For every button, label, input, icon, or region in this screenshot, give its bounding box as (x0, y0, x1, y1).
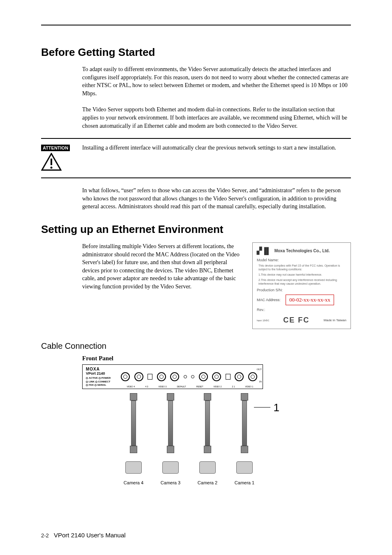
warning-icon (41, 153, 62, 171)
intro-paragraph-1: To adapt easily to different environment… (82, 65, 351, 97)
dip-switch-icon (226, 374, 231, 380)
attention-callout: ATTENTION Installing a different interfa… (41, 138, 351, 178)
bnc-connector-icon (248, 372, 257, 381)
bnc-connector-icon (157, 372, 166, 381)
ethernet-section: Before installing multiple Video Servers… (41, 242, 351, 329)
ethernet-paragraph: Before installing multiple Video Servers… (82, 242, 244, 291)
bnc-cable-icon (240, 393, 249, 453)
panel-out-label: OUT (257, 368, 262, 371)
front-panel-box: MOXA VPort 2140 ACTIVE POWER LINK CONNEC… (82, 364, 263, 389)
cable-row: 1 (115, 393, 263, 453)
panel-left-info: MOXA VPort 2140 ACTIVE POWER LINK CONNEC… (86, 367, 119, 387)
attention-text: Installing a different interface will au… (82, 144, 351, 152)
product-label-wrap: ▞▐▌ Moxa Technologies Co., Ltd. Model Na… (252, 242, 351, 329)
intro-paragraph-3: In what follows, “user” refers to those … (82, 187, 351, 211)
heading-setting-up-ethernet: Setting up an Ethernet Environment (41, 223, 351, 236)
bnc-cable-icon (129, 393, 138, 453)
attention-icon-wrap: ATTENTION (41, 144, 82, 173)
label-sn: Production S/N: (257, 288, 346, 292)
bnc-cable-icon (203, 393, 212, 453)
svg-point-2 (51, 167, 53, 169)
panel-video-labels: VIDEO 4 4 3 VIDEO 3 DEFAULT RESET VIDEO … (122, 385, 258, 388)
camera-icon (232, 457, 257, 478)
front-panel-diagram: MOXA VPort 2140 ACTIVE POWER LINK CONNEC… (82, 364, 263, 485)
moxa-logo-icon: ▞▐▌ (257, 247, 271, 255)
intro-paragraph-2: The Video Server supports both Ethernet … (82, 106, 351, 130)
camera-row (115, 457, 263, 478)
reset-button-icon (191, 375, 194, 378)
top-rule (41, 25, 351, 25)
label-made-in: Made in Taiwan (324, 318, 346, 322)
panel-leds: ACTIVE POWER LINK CONNECT FDX SERIAL (86, 376, 119, 387)
label-company: Moxa Technologies Co., Ltd. (274, 249, 330, 253)
product-label: ▞▐▌ Moxa Technologies Co., Ltd. Model Na… (252, 242, 351, 329)
camera-icon (121, 457, 146, 478)
bnc-connector-icon (134, 372, 143, 381)
callout-line (254, 407, 270, 408)
dip-switch-icon (148, 374, 152, 380)
label-fcc-1: This device complies with Part 15 of the… (257, 264, 346, 271)
page-number: 2-2 (41, 532, 49, 539)
camera-labels-row: Camera 4 Camera 3 Camera 2 Camera 1 (115, 480, 263, 485)
bnc-connector-icon (199, 372, 208, 381)
bnc-connector-icon (212, 372, 221, 381)
label-mac-value: 00-02-xx-xx-xx-xx (286, 295, 334, 305)
bnc-cable-icon (166, 393, 175, 453)
camera-label-1: Camera 1 (230, 480, 259, 485)
manual-title: VPort 2140 User's Manual (54, 532, 126, 539)
panel-in-label: IN (259, 380, 262, 383)
camera-icon (195, 457, 220, 478)
label-rev: Rev.: (257, 308, 346, 312)
camera-label-2: Camera 2 (193, 480, 222, 485)
camera-icon (158, 457, 183, 478)
label-fcc-2: 1.This device may not cause harmful inte… (257, 273, 346, 276)
attention-label: ATTENTION (41, 145, 70, 151)
ce-fc-mark-icon: CE FC (283, 316, 309, 325)
label-mac-label: MAC Address: (257, 298, 286, 302)
default-button-icon (184, 375, 187, 378)
page-footer: 2-2 VPort 2140 User's Manual (41, 532, 126, 539)
label-input: Input: 12VDC (257, 319, 269, 322)
bnc-connector-icon (121, 372, 130, 381)
callout-number-1: 1 (274, 401, 279, 414)
label-fcc-3: 2.This device must accept any interferen… (257, 278, 346, 286)
heading-cable-connection: Cable Connection (41, 341, 351, 351)
heading-front-panel: Front Panel (82, 355, 351, 362)
panel-brand: MOXA (86, 367, 119, 371)
heading-before-getting-started: Before Getting Started (41, 46, 351, 59)
label-model-name: Model Name: (257, 258, 346, 262)
bnc-connector-icon (170, 372, 179, 381)
camera-label-4: Camera 4 (119, 480, 148, 485)
bnc-connector-icon (235, 372, 244, 381)
panel-model: VPort 2140 (86, 371, 119, 375)
camera-label-3: Camera 3 (156, 480, 185, 485)
bnc-connectors-row (119, 372, 259, 381)
